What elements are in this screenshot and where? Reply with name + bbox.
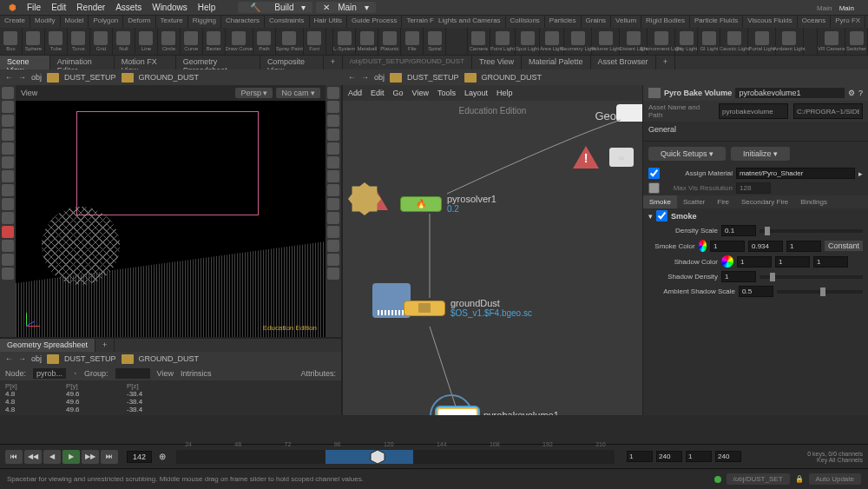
menu-render[interactable]: Render: [71, 3, 110, 12]
auto-update-button[interactable]: Auto Update: [809, 473, 861, 485]
view-label[interactable]: View: [157, 369, 174, 378]
pane-tab[interactable]: Geometry Spreadsheet: [176, 56, 260, 69]
shelf-tab[interactable]: Characters: [221, 16, 265, 28]
density-scale-slider[interactable]: [760, 229, 863, 233]
shelf-tab[interactable]: Rigid Bodies: [641, 16, 690, 28]
display-option-icon[interactable]: [327, 129, 339, 141]
scale-tool-icon[interactable]: [2, 129, 14, 141]
node-pyrosolver[interactable]: 🔥 pyrosolver1 0.2: [400, 194, 496, 214]
tool-icon[interactable]: [2, 268, 14, 280]
node-name-field[interactable]: pyrobakevolume1: [735, 88, 845, 98]
display-option-icon[interactable]: [327, 142, 339, 155]
fwd-icon[interactable]: →: [18, 73, 26, 82]
display-option-icon[interactable]: [327, 198, 339, 210]
shelf-tab[interactable]: Oceans: [798, 16, 832, 28]
select-tool-icon[interactable]: [2, 87, 14, 99]
menu-file[interactable]: File: [22, 3, 46, 12]
net-menu-go[interactable]: Go: [393, 89, 404, 97]
crumb-setup[interactable]: DUST_SETUP: [407, 73, 459, 82]
shelf-tool[interactable]: Sphere: [23, 28, 45, 55]
pane-tab[interactable]: Tree View: [472, 56, 522, 69]
shelf-tab[interactable]: Polygon: [89, 16, 123, 28]
persp-dropdown[interactable]: Persp ▾: [235, 88, 273, 98]
shadow-color-g[interactable]: [775, 256, 810, 268]
camera-dropdown[interactable]: No cam ▾: [276, 88, 320, 98]
display-option-icon[interactable]: [327, 184, 339, 196]
tab-secondary-fire[interactable]: Secondary Fire: [735, 195, 794, 208]
node-body[interactable]: [616, 104, 642, 122]
range-start-field[interactable]: [627, 451, 653, 462]
shelf-tool[interactable]: Bezier: [203, 28, 226, 55]
shelf-tab[interactable]: Texture: [156, 16, 188, 28]
tool-icon[interactable]: [2, 254, 14, 266]
table-row[interactable]: 4.849.6-38.4: [5, 398, 336, 406]
shelf-tool[interactable]: Platonic: [378, 28, 401, 55]
display-option-icon[interactable]: [327, 268, 339, 280]
shelf-tool[interactable]: Point Light: [490, 28, 516, 55]
shelf-tab[interactable]: Model: [61, 16, 89, 28]
lock-icon[interactable]: 🔒: [795, 475, 804, 483]
shadow-density-field[interactable]: [721, 271, 756, 282]
fwd-icon[interactable]: →: [18, 354, 26, 363]
shelf-tab[interactable]: Rigging: [188, 16, 221, 28]
shelf-tab[interactable]: Modify: [30, 16, 61, 28]
shelf-tool[interactable]: Environment Light: [648, 28, 675, 55]
pane-tab[interactable]: Asset Browser: [591, 56, 656, 69]
asset-path-field[interactable]: [793, 103, 863, 119]
viewport-canvas[interactable]: View Persp ▾ No cam ▾ Education Edition: [16, 85, 326, 337]
rotate-tool-icon[interactable]: [2, 115, 14, 127]
shelf-tool[interactable]: Path: [253, 28, 276, 55]
add-tab-icon[interactable]: +: [324, 56, 343, 69]
playhead-icon[interactable]: [369, 448, 386, 466]
shelf-tab[interactable]: Particle Fluids: [690, 16, 743, 28]
group-field[interactable]: [115, 368, 150, 379]
net-menu-view[interactable]: View: [412, 89, 429, 97]
shelf-tool[interactable]: L-System: [333, 28, 356, 55]
initialize-button[interactable]: Initialize ▾: [731, 147, 790, 161]
shelf-tool[interactable]: Metaball: [356, 28, 378, 55]
snap-icon[interactable]: [2, 226, 14, 238]
density-scale-field[interactable]: [721, 225, 756, 236]
add-tab-icon[interactable]: +: [95, 339, 115, 352]
pane-tab[interactable]: Scene View: [0, 56, 50, 69]
assign-material-checkbox[interactable]: [648, 168, 660, 179]
spreadsheet-tab[interactable]: Geometry Spreadsheet: [0, 339, 95, 352]
chooser-icon[interactable]: ▸: [858, 169, 863, 178]
shelf-tool[interactable]: Spray Paint: [276, 28, 304, 55]
display-option-icon[interactable]: [327, 115, 339, 127]
shelf-tab[interactable]: Grains: [582, 16, 612, 28]
gear-icon[interactable]: ⚙: [848, 89, 855, 97]
display-option-icon[interactable]: [327, 101, 339, 113]
menu-windows[interactable]: Windows: [147, 3, 193, 12]
pane-tab[interactable]: Composite View: [260, 56, 324, 69]
node-grounddust[interactable]: groundDust $OS_v1.$F4.bgeo.sc: [404, 298, 532, 318]
net-menu-add[interactable]: Add: [348, 89, 362, 97]
menu-edit[interactable]: Edit: [46, 3, 71, 12]
shelf-tool[interactable]: Curve: [181, 28, 203, 55]
back-icon[interactable]: ←: [5, 354, 13, 363]
current-frame-field[interactable]: 142: [127, 451, 152, 463]
color-swatch-icon[interactable]: [699, 240, 707, 252]
cook-path[interactable]: /obj/DUST_SET: [727, 473, 790, 485]
col-header[interactable]: P[x]: [5, 382, 49, 390]
shelf-tab[interactable]: Viscous Fluids: [743, 16, 797, 28]
smoke-checkbox[interactable]: [656, 210, 667, 221]
display-option-icon[interactable]: [327, 240, 339, 252]
tool-icon[interactable]: [2, 170, 14, 182]
menu-assets[interactable]: Assets: [110, 3, 147, 12]
intrinsics-label[interactable]: Intrinsics: [181, 369, 212, 378]
crumb-ground[interactable]: GROUND_DUST: [139, 73, 200, 82]
shadow-color-r[interactable]: [737, 256, 772, 268]
shelf-tool[interactable]: Caustic Light: [720, 28, 748, 55]
shelf-tab[interactable]: Particles: [545, 16, 582, 28]
shelf-tool[interactable]: Switcher: [845, 28, 868, 55]
net-menu-edit[interactable]: Edit: [371, 89, 385, 97]
smoke-color-r[interactable]: [710, 241, 745, 252]
smoke-color-g[interactable]: [748, 241, 783, 252]
global-start-field[interactable]: [686, 451, 712, 462]
color-mode-dropdown[interactable]: Constant: [825, 241, 863, 251]
display-option-icon[interactable]: [327, 156, 339, 169]
shelf-tool[interactable]: Draw Curve: [226, 28, 253, 55]
crumb-ground[interactable]: GROUND_DUST: [482, 73, 542, 82]
crumb-setup[interactable]: DUST_SETUP: [64, 354, 116, 363]
